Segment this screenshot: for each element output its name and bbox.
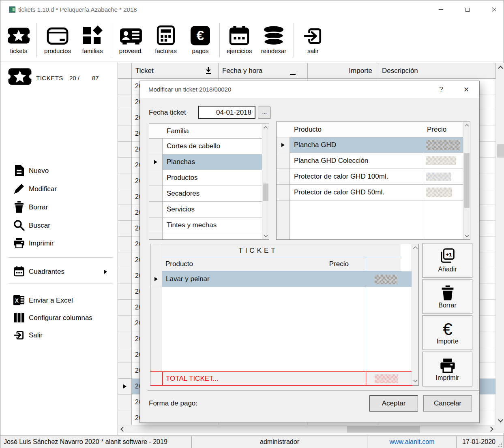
familia-row[interactable]: Cortes de cabello: [149, 139, 262, 154]
scroll-left-icon[interactable]: [120, 426, 127, 433]
producto-row[interactable]: Plancha GHD: [277, 137, 463, 153]
current-date-text: 17-01-2020: [457, 435, 501, 448]
toolbar-button-facturas[interactable]: facturas: [148, 21, 183, 60]
sidebar-item-enviar-a-excel[interactable]: X Enviar a Excel: [0, 293, 114, 308]
anadir-button[interactable]: +1 Añadir: [423, 243, 472, 278]
sidebar-item-cuadrantes[interactable]: Cuadrantes: [0, 265, 114, 279]
scroll-down-icon[interactable]: [262, 232, 269, 239]
borrar-linea-button[interactable]: Borrar: [423, 279, 472, 314]
modify-ticket-dialog: Modificar un ticket 2018/00020 ? ✕ Fecha…: [139, 81, 480, 423]
familia-column-header[interactable]: Familia: [149, 124, 262, 139]
familia-scrollbar[interactable]: [262, 124, 269, 239]
aceptar-button[interactable]: Aceptar: [369, 395, 418, 412]
scroll-up-icon[interactable]: [497, 65, 504, 72]
toolbar-button-reindexar[interactable]: reindexar: [256, 21, 291, 60]
date-browse-button[interactable]: ...: [258, 107, 271, 119]
scrollbar-thumb[interactable]: [497, 144, 504, 158]
maximize-button[interactable]: [458, 0, 477, 19]
sidebar-item-imprimir[interactable]: Imprimir: [0, 236, 114, 251]
importe-button[interactable]: € Importe: [423, 315, 472, 350]
ticket-table-scrollbar[interactable]: [412, 244, 418, 385]
scroll-down-icon[interactable]: [463, 232, 470, 239]
dialog-close-button[interactable]: ✕: [457, 81, 475, 98]
familia-row[interactable]: Secadores: [149, 186, 262, 202]
toolbar-button-pagos[interactable]: € pagos: [183, 21, 218, 60]
button-label: Importe: [423, 338, 472, 345]
precio-column-header: Precio: [329, 257, 349, 271]
sidebar-item-salir[interactable]: Salir: [0, 328, 114, 343]
familia-row[interactable]: Tintes y mechas: [149, 218, 262, 233]
title-bar[interactable]: tickets 1.10.d * Peluquería Azabache * 2…: [0, 0, 504, 19]
ticket-line-row[interactable]: Lavar y peinar: [150, 271, 412, 287]
column-header-descripcion[interactable]: Descripción: [378, 63, 496, 79]
precio-column-header[interactable]: Precio: [427, 122, 446, 137]
sidebar-title: TICKETS: [36, 75, 63, 81]
producto-list[interactable]: Producto Precio Plancha GHDPlancha GHD C…: [276, 122, 470, 240]
tickets-counter-header: TICKETS 20 / 87: [0, 66, 118, 91]
familia-row[interactable]: Productos: [149, 170, 262, 186]
sidebar-item-nuevo[interactable]: Nuevo: [0, 164, 114, 178]
scroll-down-icon[interactable]: [497, 416, 504, 423]
toolbar-button-salir[interactable]: salir: [296, 21, 330, 60]
euro-icon: €: [183, 21, 218, 45]
toolbar-button-familias[interactable]: familias: [75, 21, 110, 60]
scroll-down-icon[interactable]: [412, 377, 419, 384]
sidebar-item-configurar-columnas[interactable]: Configurar columnas: [0, 311, 114, 325]
row-selector-cell: [118, 284, 132, 300]
scroll-right-icon[interactable]: [487, 426, 494, 433]
fecha-ticket-input[interactable]: 04-01-2018: [198, 106, 255, 119]
trash-icon: [13, 201, 25, 213]
row-selector-cell: [149, 202, 163, 218]
minimize-button[interactable]: [431, 0, 450, 19]
producto-cell: Protector de calor GHD 50ml.: [290, 185, 424, 201]
vertical-scrollbar[interactable]: [496, 63, 504, 425]
row-selector-cell: [118, 110, 132, 126]
toolbar-button-proveedores[interactable]: proveed.: [114, 21, 148, 60]
toolbar-button-tickets[interactable]: tickets: [1, 21, 36, 60]
producto-column-header[interactable]: Producto: [294, 122, 322, 137]
scrollbar-thumb[interactable]: [263, 183, 268, 201]
column-header-ticket[interactable]: Ticket: [132, 63, 219, 79]
columns-icon: [13, 312, 25, 323]
current-user-text: administrador: [192, 435, 367, 448]
toolbar-separator: [36, 23, 36, 58]
dialog-title-bar[interactable]: Modificar un ticket 2018/00020 ? ✕: [140, 81, 479, 98]
close-button[interactable]: [485, 0, 504, 19]
cancelar-button[interactable]: Cancelar: [423, 395, 472, 412]
add-page-icon: +1: [423, 243, 472, 265]
toolbar-button-ejercicios[interactable]: ejercicios: [222, 21, 257, 60]
sidebar-item-buscar[interactable]: Buscar: [0, 218, 114, 233]
scroll-up-icon[interactable]: [262, 125, 269, 132]
familia-row[interactable]: Planchas: [149, 154, 262, 170]
column-header-importe[interactable]: Importe: [308, 63, 378, 79]
row-selector-cell: [118, 316, 132, 331]
row-selector-cell: [118, 173, 132, 189]
sidebar-item-label: Configurar columnas: [29, 311, 92, 325]
scroll-up-icon[interactable]: [412, 245, 419, 252]
toolbar-button-productos[interactable]: productos: [40, 21, 75, 60]
database-icon: [256, 21, 291, 45]
column-label: Ticket: [135, 67, 154, 75]
horizontal-scrollbar[interactable]: [118, 425, 496, 433]
row-selector-cell: [118, 221, 132, 237]
producto-scrollbar[interactable]: [463, 122, 470, 239]
help-button[interactable]: ?: [432, 81, 450, 98]
producto-row[interactable]: Plancha GHD Colección: [277, 153, 463, 169]
website-link[interactable]: www.alanit.com: [367, 435, 457, 448]
precio-cell: [424, 169, 463, 185]
imprimir-ticket-button[interactable]: Imprimir: [423, 352, 472, 386]
column-header-fecha[interactable]: Fecha y hora: [219, 63, 308, 79]
sidebar-item-modificar[interactable]: Modificar: [0, 182, 114, 196]
resize-grip[interactable]: [497, 442, 502, 447]
producto-row[interactable]: Protector de calor GHD 50ml.: [277, 185, 463, 201]
familia-row[interactable]: Servicios: [149, 202, 262, 218]
familia-list[interactable]: Familia Cortes de cabelloPlanchasProduct…: [149, 124, 269, 240]
scrollbar-thumb[interactable]: [464, 153, 470, 208]
ticket-lines-table[interactable]: TICKET Producto Precio Lavar y peinar TO…: [150, 244, 419, 386]
scroll-up-icon[interactable]: [463, 123, 470, 130]
producto-row[interactable]: Protector de calor GHD 100ml.: [277, 169, 463, 185]
close-icon: [492, 7, 497, 12]
scrollbar-thumb[interactable]: [347, 426, 420, 433]
sidebar-item-borrar[interactable]: Borrar: [0, 200, 114, 215]
shapes-icon: [75, 21, 110, 45]
